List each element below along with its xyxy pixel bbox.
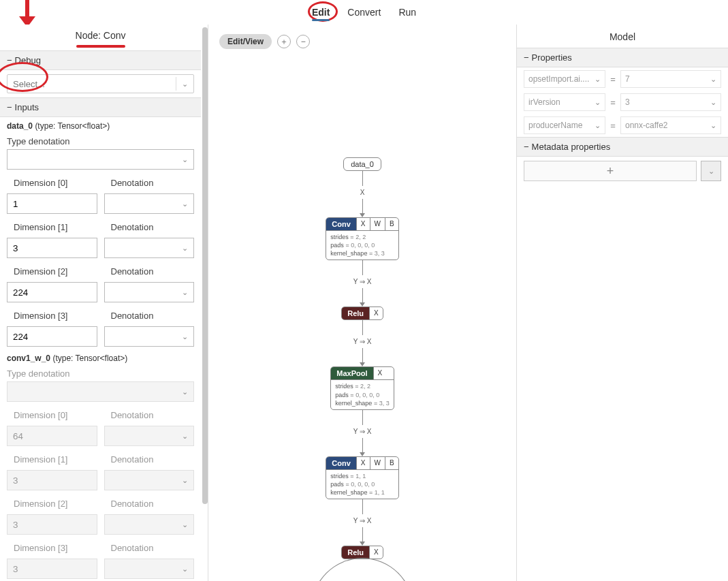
chevron-down-icon: ⌄	[182, 80, 188, 89]
conv1w-den0[interactable]: ⌄	[104, 426, 195, 446]
graph-node-maxpool[interactable]: MaxPool X strides = 2, 2 pads = 0, 0, 0,…	[330, 366, 394, 409]
properties-header[interactable]: −Properties	[517, 48, 728, 67]
graph-node-relu1[interactable]: Relu X	[341, 307, 383, 320]
conv1w-dim1[interactable]	[7, 470, 97, 490]
data0-dim3[interactable]	[7, 326, 97, 347]
input-data0-name: data_0 (type: Tensor<float>)	[0, 117, 201, 132]
metadata-header[interactable]: −Metadata properties	[517, 137, 728, 157]
add-metadata-dropdown[interactable]: ⌄	[701, 161, 721, 181]
chevron-down-icon: ⌄	[595, 98, 601, 107]
annotation-underline	[76, 45, 125, 48]
chevron-down-icon: ⌄	[182, 332, 188, 341]
prop-row-opset: opsetImport.ai....⌄ = 7⌄	[517, 67, 728, 91]
graph-node-conv1[interactable]: Conv X W B strides = 2, 2 pads = 0, 0, 0…	[326, 217, 398, 260]
chevron-down-icon: ⌄	[182, 520, 188, 529]
chevron-down-icon: ⌄	[595, 121, 601, 130]
chevron-down-icon: ⌄	[182, 200, 188, 208]
chevron-down-icon: ⌄	[182, 244, 188, 253]
prop-val-producer[interactable]: onnx-caffe2⌄	[620, 116, 721, 134]
prop-row-producer: producerName⌄ = onnx-caffe2⌄	[517, 114, 728, 137]
chevron-down-icon: ⌄	[182, 288, 188, 297]
data0-dim1[interactable]	[7, 238, 97, 258]
prop-key-producer[interactable]: producerName⌄	[524, 116, 605, 134]
data0-den3[interactable]: ⌄	[104, 326, 195, 347]
chevron-down-icon: ⌄	[182, 155, 188, 164]
tab-run[interactable]: Run	[396, 5, 419, 22]
left-panel: Node: Conv −Debug Select... ⌄ −Inputs da…	[0, 25, 208, 581]
chevron-down-icon: ⌄	[182, 432, 188, 441]
model-title: Model	[517, 25, 728, 48]
graph-node-relu2[interactable]: Relu X	[341, 546, 383, 559]
tab-convert[interactable]: Convert	[345, 5, 383, 22]
data0-type-denotation[interactable]: ⌄	[7, 149, 194, 170]
scrollbar[interactable]	[202, 27, 208, 504]
zoom-in-button[interactable]: ＋	[277, 35, 291, 48]
chevron-down-icon: ⌄	[182, 565, 188, 574]
prop-val-irversion[interactable]: 3⌄	[620, 93, 721, 111]
data0-den0[interactable]: ⌄	[104, 193, 195, 214]
top-tabs: Edit Convert Run	[0, 5, 728, 22]
graph-node-data0[interactable]: data_0	[343, 157, 381, 171]
chevron-down-icon: ⌄	[595, 75, 601, 84]
chevron-down-icon: ⌄	[182, 388, 188, 396]
inputs-header[interactable]: −Inputs	[0, 97, 201, 117]
tab-edit[interactable]: Edit	[309, 5, 332, 22]
label-type-denotation: Type denotation	[0, 132, 201, 148]
prop-val-opset[interactable]: 7⌄	[620, 70, 721, 88]
input-conv1w-name: conv1_w_0 (type: Tensor<float>)	[0, 349, 201, 364]
conv1w-dim2[interactable]	[7, 514, 97, 535]
prop-key-irversion[interactable]: irVersion⌄	[524, 93, 605, 111]
data0-dim2[interactable]	[7, 282, 97, 302]
right-panel: Model −Properties opsetImport.ai....⌄ = …	[517, 25, 728, 581]
editview-toggle[interactable]: Edit/View	[219, 34, 272, 49]
graph-canvas[interactable]: data_0 X Conv X W B strides = 2, 2 pads …	[208, 157, 516, 581]
prop-key-opset[interactable]: opsetImport.ai....⌄	[524, 70, 605, 88]
chevron-down-icon: ⌄	[708, 167, 714, 176]
conv1w-den2[interactable]: ⌄	[104, 514, 195, 535]
chevron-down-icon: ⌄	[710, 121, 716, 130]
conv1w-den1[interactable]: ⌄	[104, 470, 195, 490]
conv1w-type-denotation[interactable]: ⌄	[7, 381, 194, 402]
chevron-down-icon: ⌄	[710, 75, 716, 84]
conv1w-den3[interactable]: ⌄	[104, 559, 195, 579]
prop-row-irversion: irVersion⌄ = 3⌄	[517, 91, 728, 114]
data0-dim0[interactable]	[7, 193, 97, 214]
node-title: Node: Conv	[0, 25, 201, 45]
graph-toolbar: Edit/View ＋ −	[219, 34, 310, 49]
add-metadata-button[interactable]: +	[524, 161, 697, 181]
conv1w-dim0[interactable]	[7, 426, 97, 446]
data0-den1[interactable]: ⌄	[104, 238, 195, 258]
center-panel: Edit/View ＋ − data_0 X Conv X W B stride…	[208, 25, 517, 581]
graph-branch-arc	[311, 558, 413, 581]
chevron-down-icon: ⌄	[182, 476, 188, 485]
zoom-out-button[interactable]: −	[296, 35, 310, 48]
conv1w-dim3[interactable]	[7, 559, 97, 579]
graph-node-conv2[interactable]: Conv X W B strides = 1, 1 pads = 0, 0, 0…	[326, 456, 398, 499]
data0-den2[interactable]: ⌄	[104, 282, 195, 302]
chevron-down-icon: ⌄	[710, 98, 716, 107]
